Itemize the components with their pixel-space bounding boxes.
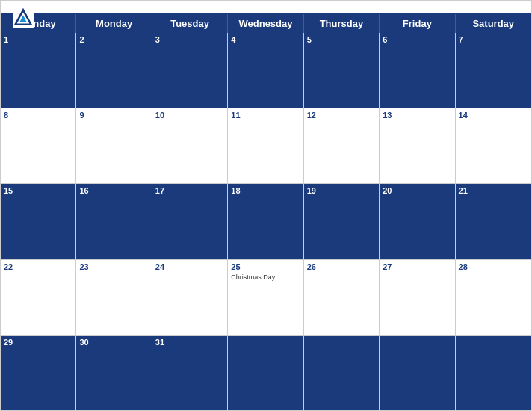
day-number: 28 <box>459 262 528 273</box>
day-number: 2 <box>79 34 148 46</box>
day-number: 10 <box>155 110 224 121</box>
day-cell: 4 <box>228 33 303 108</box>
logo-icon <box>13 7 34 28</box>
day-number: 20 <box>383 185 451 197</box>
day-cell: 23 <box>76 260 152 335</box>
day-header-monday: Monday <box>76 14 152 33</box>
day-number: 18 <box>231 185 300 197</box>
day-cell: 17 <box>152 184 228 259</box>
logo <box>13 7 36 28</box>
day-cell: 26 <box>304 260 380 335</box>
day-header-friday: Friday <box>380 14 455 33</box>
day-cell: 13 <box>380 108 455 183</box>
day-cell: 5 <box>304 33 380 108</box>
day-cell: 15 <box>1 184 76 259</box>
day-number: 5 <box>307 34 376 46</box>
day-cell: 16 <box>76 184 152 259</box>
day-number: 24 <box>155 262 224 273</box>
weeks: 1234567891011121314151617181920212223242… <box>1 33 531 410</box>
day-number: 22 <box>4 262 72 273</box>
calendar-grid: SundayMondayTuesdayWednesdayThursdayFrid… <box>1 13 531 410</box>
day-cell: 11 <box>228 108 303 183</box>
day-cell: 14 <box>456 108 531 183</box>
event-label: Christmas Day <box>231 274 300 282</box>
day-number: 15 <box>4 185 72 197</box>
day-number: 7 <box>459 34 528 46</box>
day-cell: 6 <box>380 33 455 108</box>
day-cell: 28 <box>456 260 531 335</box>
day-headers: SundayMondayTuesdayWednesdayThursdayFrid… <box>1 14 531 33</box>
week-row-4: 22232425Christmas Day262728 <box>1 260 531 336</box>
day-number: 21 <box>459 185 528 197</box>
day-number: 6 <box>383 34 451 46</box>
day-cell <box>380 336 455 410</box>
week-row-2: 891011121314 <box>1 108 531 184</box>
day-cell <box>456 336 531 410</box>
day-number: 14 <box>459 110 528 121</box>
day-number: 17 <box>155 185 224 197</box>
day-cell: 12 <box>304 108 380 183</box>
week-row-1: 1234567 <box>1 33 531 108</box>
day-cell: 10 <box>152 108 228 183</box>
day-cell: 31 <box>152 336 228 410</box>
day-cell: 20 <box>380 184 455 259</box>
day-header-saturday: Saturday <box>456 14 531 33</box>
day-cell: 3 <box>152 33 228 108</box>
day-number: 30 <box>79 337 148 348</box>
day-cell: 9 <box>76 108 152 183</box>
day-cell: 21 <box>456 184 531 259</box>
day-number: 26 <box>307 262 376 273</box>
day-number: 1 <box>4 34 72 46</box>
day-number: 11 <box>231 110 300 121</box>
day-cell <box>228 336 303 410</box>
day-cell: 19 <box>304 184 380 259</box>
day-number: 4 <box>231 34 300 46</box>
week-row-5: 293031 <box>1 336 531 410</box>
day-number: 27 <box>383 262 451 273</box>
day-cell: 27 <box>380 260 455 335</box>
day-cell: 24 <box>152 260 228 335</box>
day-cell: 18 <box>228 184 303 259</box>
day-cell: 29 <box>1 336 76 410</box>
day-number: 9 <box>79 110 148 121</box>
day-number: 12 <box>307 110 376 121</box>
day-number: 31 <box>155 337 224 348</box>
day-cell: 8 <box>1 108 76 183</box>
day-number: 3 <box>155 34 224 46</box>
day-number: 16 <box>79 185 148 197</box>
day-cell: 1 <box>1 33 76 108</box>
day-cell: 25Christmas Day <box>228 260 303 335</box>
day-cell: 2 <box>76 33 152 108</box>
day-number: 19 <box>307 185 376 197</box>
day-cell: 22 <box>1 260 76 335</box>
week-row-3: 15161718192021 <box>1 184 531 259</box>
day-cell <box>304 336 380 410</box>
day-number: 29 <box>4 337 72 348</box>
day-number: 13 <box>383 110 451 121</box>
day-header-tuesday: Tuesday <box>152 14 228 33</box>
calendar: SundayMondayTuesdayWednesdayThursdayFrid… <box>0 0 532 411</box>
day-cell: 7 <box>456 33 531 108</box>
day-number: 23 <box>79 262 148 273</box>
day-number: 8 <box>4 110 72 121</box>
day-header-thursday: Thursday <box>304 14 380 33</box>
day-cell: 30 <box>76 336 152 410</box>
calendar-header <box>1 1 531 13</box>
day-header-wednesday: Wednesday <box>228 14 303 33</box>
day-number: 25 <box>231 262 300 273</box>
